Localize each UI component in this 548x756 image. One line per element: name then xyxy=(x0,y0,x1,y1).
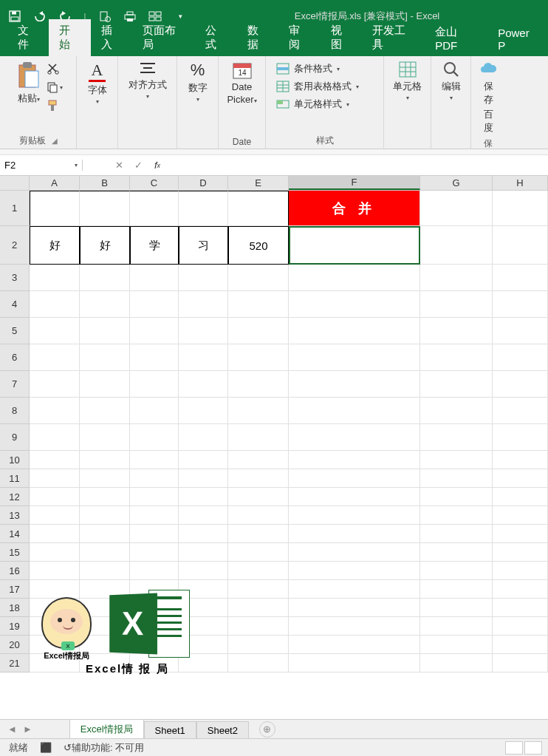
row-header[interactable]: 1 xyxy=(0,191,30,226)
cell[interactable] xyxy=(179,525,228,543)
tab-file[interactable]: 文件 xyxy=(7,19,49,56)
cell[interactable] xyxy=(493,424,548,451)
cell[interactable] xyxy=(30,488,80,506)
cell[interactable] xyxy=(420,654,493,672)
cell[interactable] xyxy=(80,562,130,580)
cell[interactable]: 学 xyxy=(130,226,179,265)
cell[interactable] xyxy=(30,291,80,318)
cell[interactable] xyxy=(228,451,289,469)
cell[interactable] xyxy=(289,617,420,636)
cell[interactable] xyxy=(289,636,420,654)
cell[interactable] xyxy=(80,398,130,424)
formula-input[interactable] xyxy=(171,160,548,171)
cell[interactable] xyxy=(289,398,420,424)
cell[interactable] xyxy=(130,543,179,562)
cell[interactable] xyxy=(228,506,289,525)
conditional-format-button[interactable]: 条件格式▾ xyxy=(276,62,340,75)
cell[interactable]: 好 xyxy=(80,226,130,265)
cell[interactable] xyxy=(80,191,130,226)
row-header[interactable]: 11 xyxy=(0,469,30,488)
font-button[interactable]: A 字体▾ xyxy=(83,59,112,106)
tab-insert[interactable]: 插入 xyxy=(91,19,132,56)
cell[interactable] xyxy=(420,451,493,469)
cell[interactable] xyxy=(80,451,130,469)
cell[interactable] xyxy=(289,525,420,543)
cell[interactable] xyxy=(30,398,80,424)
cell[interactable] xyxy=(228,562,289,580)
cell[interactable] xyxy=(130,344,179,371)
cell[interactable] xyxy=(493,599,548,617)
cell[interactable] xyxy=(289,424,420,451)
cell[interactable] xyxy=(289,506,420,525)
tab-kingsoft-pdf[interactable]: 金山PDF xyxy=(425,21,487,56)
cell[interactable] xyxy=(493,469,548,488)
cell[interactable] xyxy=(420,424,493,451)
row-header[interactable]: 10 xyxy=(0,451,30,469)
cell[interactable] xyxy=(80,469,130,488)
sheet-tab[interactable]: Sheet1 xyxy=(144,721,196,739)
cell[interactable] xyxy=(80,506,130,525)
cell[interactable] xyxy=(30,191,80,226)
cell[interactable] xyxy=(228,525,289,543)
row-header[interactable]: 7 xyxy=(0,371,30,398)
cell[interactable] xyxy=(179,469,228,488)
macro-record-icon[interactable]: ⬛ xyxy=(40,742,52,753)
paste-button[interactable]: 粘贴▾ xyxy=(14,59,44,106)
cell[interactable] xyxy=(179,506,228,525)
cell[interactable] xyxy=(130,191,179,226)
cell[interactable] xyxy=(493,371,548,398)
cell[interactable] xyxy=(228,580,289,599)
cell[interactable]: 好 xyxy=(30,226,80,265)
date-picker-button[interactable]: 14 Date Picker▾ xyxy=(225,59,259,106)
copy-button[interactable]: ▾ xyxy=(47,81,63,93)
cell[interactable] xyxy=(420,291,493,318)
name-box-input[interactable] xyxy=(4,160,56,171)
cell[interactable]: 合 并 xyxy=(289,191,420,226)
cell[interactable] xyxy=(289,371,420,398)
cell[interactable] xyxy=(30,371,80,398)
row-header[interactable]: 20 xyxy=(0,636,30,654)
cell[interactable] xyxy=(228,191,289,226)
tab-formulas[interactable]: 公式 xyxy=(195,19,236,56)
cell[interactable] xyxy=(289,226,420,265)
cell[interactable] xyxy=(493,291,548,318)
cell[interactable] xyxy=(80,291,130,318)
cell[interactable] xyxy=(289,543,420,562)
cell[interactable] xyxy=(420,226,493,265)
cell[interactable] xyxy=(30,525,80,543)
cell[interactable] xyxy=(179,318,228,344)
cell[interactable] xyxy=(30,451,80,469)
cell[interactable] xyxy=(179,398,228,424)
row-header[interactable]: 19 xyxy=(0,617,30,636)
cell[interactable] xyxy=(130,562,179,580)
cell[interactable]: 习 xyxy=(179,226,228,265)
cell[interactable] xyxy=(228,318,289,344)
row-header[interactable]: 8 xyxy=(0,398,30,424)
name-box-dropdown[interactable]: ▾ xyxy=(75,162,78,168)
cell[interactable] xyxy=(80,543,130,562)
col-header[interactable]: E xyxy=(228,176,289,190)
cell[interactable] xyxy=(493,562,548,580)
cell[interactable] xyxy=(420,344,493,371)
cell[interactable] xyxy=(289,469,420,488)
cell[interactable] xyxy=(493,636,548,654)
insert-function-button[interactable]: fx xyxy=(149,157,165,174)
cell[interactable] xyxy=(420,488,493,506)
row-header[interactable]: 5 xyxy=(0,318,30,344)
cell[interactable] xyxy=(228,599,289,617)
cell[interactable] xyxy=(420,599,493,617)
cell[interactable] xyxy=(493,318,548,344)
col-header[interactable]: D xyxy=(179,176,228,190)
cell[interactable] xyxy=(30,543,80,562)
cell[interactable] xyxy=(289,654,420,672)
cell[interactable] xyxy=(228,469,289,488)
row-header[interactable]: 12 xyxy=(0,488,30,506)
cell[interactable] xyxy=(30,506,80,525)
cell[interactable] xyxy=(493,488,548,506)
cell[interactable] xyxy=(30,424,80,451)
cell[interactable] xyxy=(228,424,289,451)
cell[interactable] xyxy=(130,398,179,424)
col-header[interactable]: B xyxy=(80,176,130,190)
name-box[interactable]: ▾ xyxy=(0,160,83,171)
cell[interactable] xyxy=(228,398,289,424)
